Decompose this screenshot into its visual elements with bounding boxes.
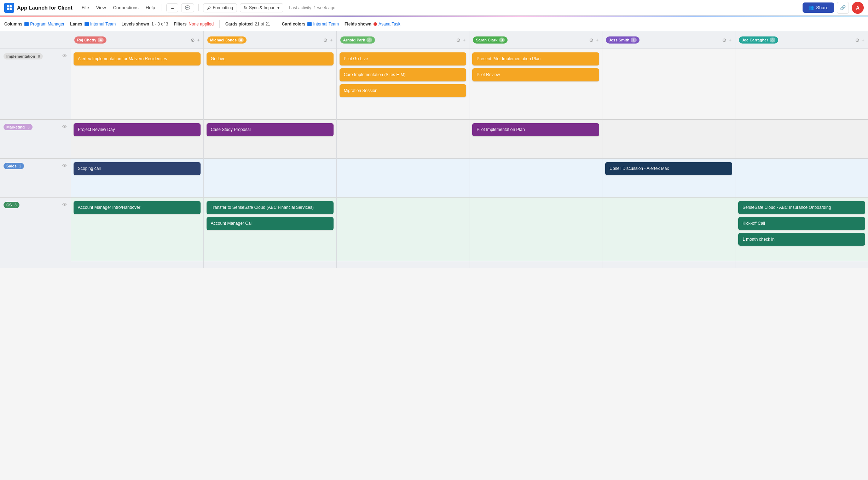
share-button[interactable]: 👥 Share bbox=[803, 2, 834, 13]
lane-tag-marketing[interactable]: Marketing 3 bbox=[4, 124, 33, 130]
card-go-live[interactable]: Go Live bbox=[207, 52, 334, 65]
card-pilot-impl-plan[interactable]: Pilot Implementation Plan bbox=[472, 123, 599, 136]
card-colors-icon bbox=[307, 22, 312, 26]
chat-icon: 💬 bbox=[185, 5, 190, 10]
menu-view[interactable]: View bbox=[94, 4, 108, 12]
last-activity: Last activity: 1 week ago bbox=[289, 5, 335, 10]
card-transfer[interactable]: Transfer to SenseSafe Cloud (ABC Financi… bbox=[207, 201, 334, 214]
cell-arnold-implementation: Pilot Go-Live Core Implementation (Sites… bbox=[337, 49, 469, 120]
cell-joe-implementation bbox=[735, 49, 868, 120]
chat-btn[interactable]: 💬 bbox=[181, 3, 194, 12]
card-am-intro[interactable]: Account Manager Intro/Handover bbox=[74, 201, 201, 214]
lane-tag-cs[interactable]: CS 8 bbox=[4, 202, 19, 208]
column-arnold: Arnold Park 3 ⊘ + Pilot Go-Live Core Imp… bbox=[337, 31, 470, 268]
lane-count-sales: 2 bbox=[19, 164, 22, 168]
card-project-review[interactable]: Project Review Day bbox=[74, 123, 201, 136]
card-pilot-go-live[interactable]: Pilot Go-Live bbox=[340, 52, 467, 65]
cell-sarah-marketing: Pilot Implementation Plan bbox=[469, 120, 602, 159]
lane-tag-sales[interactable]: Sales 2 bbox=[4, 163, 24, 169]
card-present-pilot[interactable]: Present Pilot Implementation Plan bbox=[472, 52, 599, 65]
badge-sarah[interactable]: Sarah Clark 3 bbox=[473, 36, 507, 44]
add-col-michael[interactable]: + bbox=[330, 37, 332, 43]
menu-help[interactable]: Help bbox=[144, 4, 157, 12]
hide-lane-sales[interactable]: 👁 bbox=[62, 163, 67, 168]
card-kickoff[interactable]: Kick-off Call bbox=[738, 217, 865, 230]
col-icons-sarah: ⊘ + bbox=[589, 37, 598, 43]
add-col-sarah[interactable]: + bbox=[596, 37, 598, 43]
col-icons-jess: ⊘ + bbox=[722, 37, 731, 43]
filters-value[interactable]: None applied bbox=[189, 22, 214, 27]
cell-raj-marketing: Project Review Day bbox=[71, 120, 203, 159]
card-upsell[interactable]: Upsell Discussion - Alertex Max bbox=[605, 162, 732, 175]
hide-col-raj[interactable]: ⊘ bbox=[191, 37, 195, 43]
badge-jess[interactable]: Jess Smith 1 bbox=[606, 36, 639, 44]
card-colors-group: Card colors Internal Team bbox=[282, 22, 339, 27]
hide-lane-marketing[interactable]: 👁 bbox=[62, 124, 67, 130]
add-col-jess[interactable]: + bbox=[729, 37, 731, 43]
add-col-arnold[interactable]: + bbox=[463, 37, 465, 43]
cell-jess-implementation bbox=[602, 49, 735, 120]
hide-lane-implementation[interactable]: 👁 bbox=[62, 53, 67, 59]
sync-btn[interactable]: ↻ Sync & Import ▾ bbox=[240, 3, 283, 12]
hide-col-sarah[interactable]: ⊘ bbox=[589, 37, 594, 43]
hide-lane-cs[interactable]: 👁 bbox=[62, 202, 67, 207]
formatting-btn[interactable]: 🖌 Formatting bbox=[203, 3, 237, 12]
card-alertex[interactable]: Alertex Implementation for Malvern Resid… bbox=[74, 52, 201, 65]
menu-connections[interactable]: Connections bbox=[111, 4, 141, 12]
card-migration[interactable]: Migration Session bbox=[340, 84, 467, 97]
card-sensesafe-onboarding[interactable]: SenseSafe Cloud - ABC Insurance Onboardi… bbox=[738, 201, 865, 214]
badge-raj[interactable]: Raj Chetty 4 bbox=[74, 36, 106, 44]
cell-jess-cs bbox=[602, 198, 735, 261]
lane-tag-implementation[interactable]: Implementation 8 bbox=[4, 53, 43, 59]
hide-col-joe[interactable]: ⊘ bbox=[855, 37, 860, 43]
cards-group: Cards plotted 21 of 21 bbox=[225, 22, 270, 27]
add-col-raj[interactable]: + bbox=[197, 37, 200, 43]
sync-icon: ↻ bbox=[244, 5, 247, 10]
card-colors-value[interactable]: Internal Team bbox=[307, 22, 339, 27]
menu-file[interactable]: File bbox=[80, 4, 91, 12]
cell-jess-sales: Upsell Discussion - Alertex Max bbox=[602, 159, 735, 198]
lane-count-marketing: 3 bbox=[28, 125, 30, 129]
formatting-label: Formatting bbox=[213, 5, 233, 10]
badge-joe[interactable]: Joe Carragher 3 bbox=[739, 36, 778, 44]
cloud-btn[interactable]: ☁ bbox=[166, 3, 178, 12]
card-colors-label: Card colors bbox=[282, 22, 306, 27]
toolbar-divider bbox=[219, 20, 220, 28]
hide-col-michael[interactable]: ⊘ bbox=[323, 37, 328, 43]
card-month-check[interactable]: 1 month check in bbox=[738, 233, 865, 246]
badge-michael[interactable]: Michael Jones 4 bbox=[207, 36, 247, 44]
cell-sarah-cs bbox=[469, 198, 602, 261]
cards-label: Cards plotted bbox=[225, 22, 253, 27]
card-pilot-review[interactable]: Pilot Review bbox=[472, 68, 599, 81]
link-button[interactable]: 🔗 bbox=[837, 2, 849, 14]
columns-value[interactable]: Program Manager bbox=[24, 22, 64, 27]
svg-rect-3 bbox=[10, 8, 12, 10]
lanes-label: Lanes bbox=[70, 22, 82, 27]
card-case-study[interactable]: Case Study Proposal bbox=[207, 123, 334, 136]
avatar[interactable]: A bbox=[852, 2, 864, 14]
card-core-impl[interactable]: Core Implementation (Sites E-M) bbox=[340, 68, 467, 81]
fields-value[interactable]: Asana Task bbox=[374, 22, 400, 27]
add-col-joe[interactable]: + bbox=[862, 37, 864, 43]
toolbar-divider2 bbox=[276, 20, 276, 28]
lanes-icon bbox=[85, 22, 89, 26]
column-header-jess: Jess Smith 1 ⊘ + bbox=[602, 31, 735, 49]
column-header-joe: Joe Carragher 3 ⊘ + bbox=[735, 31, 868, 49]
lane-sales-label: Sales 2 👁 bbox=[0, 159, 71, 198]
lanes-value[interactable]: Internal Team bbox=[85, 22, 116, 27]
app-title: App Launch for Client bbox=[17, 5, 73, 11]
card-am-call[interactable]: Account Manager Call bbox=[207, 217, 334, 230]
column-sarah: Sarah Clark 3 ⊘ + Present Pilot Implemen… bbox=[469, 31, 602, 268]
column-header-sarah: Sarah Clark 3 ⊘ + bbox=[469, 31, 602, 49]
card-scoping[interactable]: Scoping call bbox=[74, 162, 201, 175]
hide-col-jess[interactable]: ⊘ bbox=[722, 37, 727, 43]
cards-value: 21 of 21 bbox=[255, 22, 270, 27]
lane-count-cs: 8 bbox=[15, 203, 17, 207]
hide-col-arnold[interactable]: ⊘ bbox=[456, 37, 461, 43]
lane-cs-label: CS 8 👁 bbox=[0, 198, 71, 268]
column-header-arnold: Arnold Park 3 ⊘ + bbox=[337, 31, 469, 49]
app-logo bbox=[4, 3, 14, 13]
filters-group: Filters None applied bbox=[174, 22, 214, 27]
badge-arnold[interactable]: Arnold Park 3 bbox=[340, 36, 375, 44]
cell-joe-cs: SenseSafe Cloud - ABC Insurance Onboardi… bbox=[735, 198, 868, 261]
